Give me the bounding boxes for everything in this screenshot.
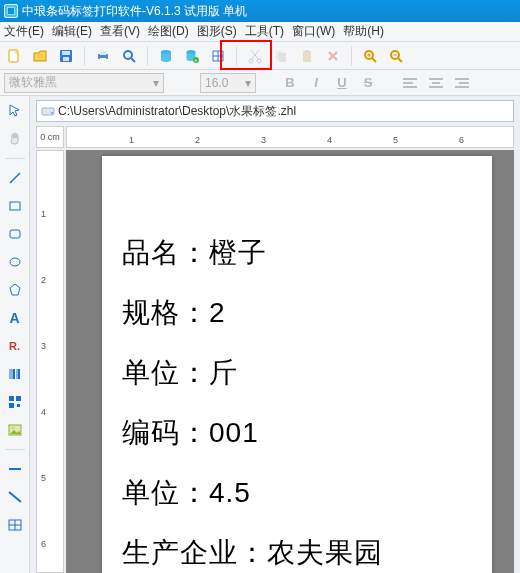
svg-rect-8: [100, 51, 106, 55]
hand-tool-icon[interactable]: [4, 128, 26, 150]
pointer-tool-icon[interactable]: [4, 100, 26, 122]
vline-tool-icon[interactable]: [4, 486, 26, 508]
separator: [147, 46, 148, 66]
paste-icon: [297, 46, 317, 66]
label-line-spec[interactable]: 规格：2: [122, 294, 226, 332]
svg-rect-38: [9, 396, 14, 401]
richtext-tool-icon[interactable]: R.: [4, 335, 26, 357]
svg-rect-31: [10, 230, 20, 238]
menu-bar: 文件(E) 编辑(E) 查看(V) 绘图(D) 图形(S) 工具(T) 窗口(W…: [0, 22, 520, 42]
open-icon[interactable]: [30, 46, 50, 66]
svg-line-27: [398, 58, 402, 62]
title-bar: 中琅条码标签打印软件-V6.1.3 试用版 单机: [0, 0, 520, 22]
chevron-down-icon: ▾: [153, 76, 159, 90]
label-line-name[interactable]: 品名：橙子: [122, 234, 267, 272]
menu-window[interactable]: 窗口(W): [292, 23, 335, 40]
polygon-tool-icon[interactable]: [4, 279, 26, 301]
roundrect-tool-icon[interactable]: [4, 223, 26, 245]
svg-point-3: [15, 50, 19, 54]
align-left-icon[interactable]: [400, 74, 420, 92]
label-line-unit[interactable]: 单位：斤: [122, 354, 238, 392]
menu-view[interactable]: 查看(V): [100, 23, 140, 40]
label-page[interactable]: 品名：橙子 规格：2 单位：斤 编码：001 单位：4.5 生产企业：农夫果园: [102, 156, 492, 573]
zoom-out-icon[interactable]: [386, 46, 406, 66]
database-settings-icon[interactable]: +: [182, 46, 202, 66]
svg-rect-21: [305, 50, 309, 53]
menu-edit[interactable]: 编辑(E): [52, 23, 92, 40]
svg-rect-9: [100, 58, 106, 61]
ruler-vertical: 1 2 3 4 5 6: [36, 150, 64, 573]
side-toolbar: A R.: [0, 96, 30, 573]
label-line-code[interactable]: 编码：001: [122, 414, 259, 452]
text-tool-icon[interactable]: A: [4, 307, 26, 329]
rect-tool-icon[interactable]: [4, 195, 26, 217]
separator: [236, 46, 237, 66]
document-area: C:\Users\Administrator\Desktop\水果标签.zhl …: [30, 96, 520, 573]
preview-icon[interactable]: [119, 46, 139, 66]
svg-line-23: [372, 58, 376, 62]
copy-icon: [271, 46, 291, 66]
svg-point-10: [124, 51, 132, 59]
ruler-horizontal: 1 2 3 4 5 6: [66, 126, 514, 148]
label-line-company[interactable]: 生产企业：农夫果园: [122, 534, 383, 572]
svg-rect-40: [9, 403, 14, 408]
separator: [351, 46, 352, 66]
document-path-bar: C:\Users\Administrator\Desktop\水果标签.zhl: [36, 100, 514, 122]
barcode-tool-icon[interactable]: [4, 363, 26, 385]
save-icon[interactable]: [56, 46, 76, 66]
app-title: 中琅条码标签打印软件-V6.1.3 试用版 单机: [22, 3, 247, 20]
italic-button[interactable]: I: [306, 73, 326, 93]
menu-tool[interactable]: 工具(T): [245, 23, 284, 40]
database-icon[interactable]: [156, 46, 176, 66]
label-line-unit2[interactable]: 单位：4.5: [122, 474, 251, 512]
svg-point-32: [10, 258, 20, 266]
svg-rect-41: [17, 404, 20, 407]
font-name-value: 微软雅黑: [9, 74, 57, 91]
font-size-combo[interactable]: 16.0 ▾: [200, 73, 256, 93]
canvas[interactable]: 品名：橙子 规格：2 单位：斤 编码：001 单位：4.5 生产企业：农夫果园: [66, 150, 514, 573]
svg-rect-1: [8, 8, 14, 14]
svg-point-50: [51, 112, 53, 114]
print-icon[interactable]: [93, 46, 113, 66]
menu-file[interactable]: 文件(E): [4, 23, 44, 40]
svg-point-43: [11, 427, 13, 429]
svg-line-29: [10, 173, 20, 183]
main-toolbar: +: [0, 42, 520, 70]
separator: [84, 46, 85, 66]
svg-rect-19: [279, 53, 286, 62]
zoom-in-icon[interactable]: [360, 46, 380, 66]
app-icon: [4, 4, 18, 18]
font-size-value: 16.0: [205, 76, 228, 90]
new-icon[interactable]: [4, 46, 24, 66]
separator: [5, 158, 25, 159]
svg-rect-30: [10, 202, 20, 210]
svg-rect-5: [62, 51, 70, 55]
chevron-down-icon: ▾: [245, 76, 251, 90]
strike-button[interactable]: S: [358, 73, 378, 93]
menu-help[interactable]: 帮助(H): [343, 23, 384, 40]
svg-rect-6: [63, 57, 69, 61]
bold-button[interactable]: B: [280, 73, 300, 93]
line-tool-icon[interactable]: [4, 167, 26, 189]
grid-icon[interactable]: [208, 46, 228, 66]
cut-icon: [245, 46, 265, 66]
align-center-icon[interactable]: [426, 74, 446, 92]
delete-icon: [323, 46, 343, 66]
menu-shape[interactable]: 图形(S): [197, 23, 237, 40]
qrcode-tool-icon[interactable]: [4, 391, 26, 413]
ellipse-tool-icon[interactable]: [4, 251, 26, 273]
svg-text:+: +: [195, 57, 198, 63]
align-right-icon[interactable]: [452, 74, 472, 92]
font-name-combo[interactable]: 微软雅黑 ▾: [4, 73, 164, 93]
format-bar: 微软雅黑 ▾ 16.0 ▾ B I U S: [0, 70, 520, 96]
image-tool-icon[interactable]: [4, 419, 26, 441]
svg-rect-39: [16, 396, 21, 401]
drive-icon: [41, 104, 55, 118]
menu-draw[interactable]: 绘图(D): [148, 23, 189, 40]
separator: [5, 449, 25, 450]
svg-line-11: [131, 58, 135, 62]
table-tool-icon[interactable]: [4, 514, 26, 536]
hline-tool-icon[interactable]: [4, 458, 26, 480]
ruler-corner: 0 cm: [36, 126, 64, 148]
underline-button[interactable]: U: [332, 73, 352, 93]
